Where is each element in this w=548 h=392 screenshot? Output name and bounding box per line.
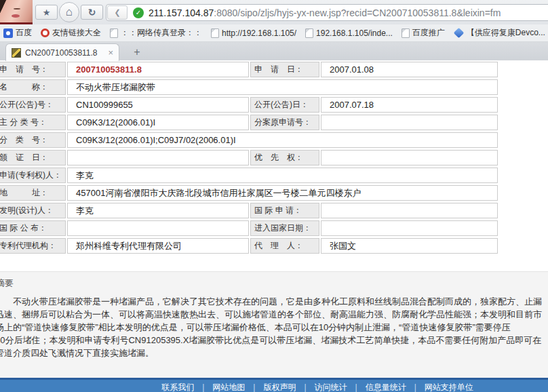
label-application-number: 申 请 号： [0, 62, 66, 77]
label-international-publication: 国 际 公 布： [0, 220, 66, 236]
label-division-number: 分案原申请号： [250, 115, 319, 130]
footer-separator: | [355, 383, 357, 392]
label-publication-date: 公开(公告)日： [250, 97, 319, 113]
abstract-text: 不动火带压堵漏胶带是一种堵漏产品，它解决了其它技术存在的问题，它是由多种化工原料… [0, 295, 548, 359]
bookmark-label: 百度推广 [412, 27, 445, 39]
value-international-publication [67, 220, 249, 236]
bookmark-label: 【供应得复康Devco... [467, 27, 545, 39]
value-patent-agency: 郑州科维专利代理有限公司 [67, 238, 249, 254]
value-class-number: C09K3/12(2006.01)I;C09J7/02(2006.01)I [67, 132, 498, 148]
table-row: 申请(专利权)人： 李克 [0, 168, 498, 183]
footer-link-sitemap[interactable]: 网站地图 [212, 383, 245, 392]
table-row: 公开(公告)号： CN100999655 公开(公告)日： 2007.07.18 [0, 97, 498, 113]
table-row: 专利代理机构： 郑州科维专利代理有限公司 代 理 人： 张国文 [0, 238, 498, 254]
page-icon [402, 28, 410, 38]
value-title: 不动火带压堵漏胶带 [67, 79, 498, 95]
page-icon [110, 28, 118, 38]
footer-link-contact[interactable]: 联系我们 [161, 383, 194, 392]
footer-link-support-unit[interactable]: 网站支持单位 [425, 383, 473, 392]
page-icon [305, 28, 313, 38]
tab-title: CN200710053811.8 [25, 48, 104, 58]
table-row: 分 类 号： C09K3/12(2006.01)I;C09J7/02(2006.… [0, 132, 498, 148]
home-icon: ⌂ [66, 5, 73, 19]
value-address: 457001河南省濮阳市大庆路北段城市信用社家属区一号楼二单元四楼东户 [67, 185, 498, 201]
value-agent: 张国文 [321, 238, 498, 254]
url-path: :8080/sipo/zljs/hyjs-yx-new.jsp?recid=CN… [214, 7, 501, 18]
bookmark-item-links[interactable]: 友情链接大全 [41, 27, 101, 39]
label-national-entry-date: 进入国家日期： [250, 220, 319, 236]
bookmark-item-ip-2[interactable]: 192.168.1.105/inde... [305, 28, 393, 38]
tab-bar: CN200710053811.8 × + [0, 42, 548, 61]
value-inventor: 李克 [67, 203, 249, 218]
bookmark-item-fax-login[interactable]: ：：网络传真登录：： [110, 27, 202, 39]
bookmark-item-baidu-promo[interactable]: 百度推广 [402, 27, 445, 39]
back-button[interactable]: ❮ [107, 5, 128, 20]
check-icon: ✓ [136, 9, 141, 16]
browser-toolbar: ★ ⌂ ↻ ❮ ✓ 211.157.104.87:8080/sipo/zljs/… [0, 0, 548, 24]
bookmark-item-baidu[interactable]: 百度 [3, 27, 32, 39]
value-national-entry-date [321, 220, 498, 236]
tab-close-icon[interactable]: × [108, 47, 113, 58]
footer-separator: | [202, 383, 204, 392]
abstract-heading: 摘要 [0, 277, 14, 290]
patent-detail-table: 申 请 号： 200710053811.8 申 请 日： 2007.01.08 … [0, 62, 498, 256]
url-text[interactable]: 211.157.104.87:8080/sipo/zljs/hyjs-yx-ne… [149, 7, 501, 18]
links-ring-icon [41, 28, 50, 37]
table-row: 名 称： 不动火带压堵漏胶带 [0, 79, 498, 95]
footer-link-copyright[interactable]: 版权声明 [263, 383, 296, 392]
bookmark-label: http://192.168.1.105/ [222, 28, 296, 38]
refresh-icon: ↻ [88, 7, 96, 18]
table-row: 申 请 号： 200710053811.8 申 请 日： 2007.01.08 [0, 62, 498, 77]
label-main-class: 主 分 类 号： [0, 115, 66, 130]
background-photo [0, 0, 33, 22]
footer-link-info-stats[interactable]: 信息量统计 [366, 383, 406, 392]
label-inventor: 发明(设计)人： [0, 203, 66, 218]
label-publication-number: 公开(公告)号： [0, 97, 66, 113]
footer-links: 联系我们|网站地图|版权声明|访问统计|信息量统计|网站支持单位 [0, 382, 548, 392]
abstract-line: 迅速、捆绑后可以粘合为一体、可以将高温快速散热出去、可以施堵管道的各个部位、耐高… [0, 308, 548, 321]
value-publication-number: CN100999655 [67, 97, 249, 113]
gem-icon [454, 28, 465, 39]
abstract-line: 不动火带压堵漏胶带是一种堵漏产品，它解决了其它技术存在的问题，它是由多种化工原料… [0, 295, 548, 308]
bookmarks-bar: 百度 友情链接大全 ：：网络传真登录：： http://192.168.1.10… [0, 24, 548, 42]
label-applicant: 申请(专利权)人： [0, 168, 66, 183]
value-main-class: C09K3/12(2006.01)I [67, 115, 249, 130]
label-agent: 代 理 人： [250, 238, 319, 254]
bookmark-item-ip-1[interactable]: http://192.168.1.105/ [211, 28, 296, 38]
back-icon: ❮ [114, 8, 120, 17]
footer-bar: 联系我们|网站地图|版权声明|访问统计|信息量统计|网站支持单位 [0, 380, 548, 392]
bookmark-item-devco[interactable]: 【供应得复康Devco... [454, 27, 545, 39]
table-row: 地 址： 457001河南省濮阳市大庆路北段城市信用社家属区一号楼二单元四楼东户 [0, 185, 498, 201]
value-applicant: 李克 [67, 168, 498, 183]
footer-separator: | [304, 383, 306, 392]
label-title: 名 称： [0, 79, 66, 95]
address-bar[interactable]: ❮ ✓ 211.157.104.87:8080/sipo/zljs/hyjs-y… [106, 4, 548, 21]
label-patent-agency: 专利代理机构： [0, 238, 66, 254]
abstract-line: 30分后堵住；本发明和申请专利号CN91205395.X堵漏胶带比优点是可以带压… [0, 334, 548, 347]
baidu-logo-icon [3, 28, 13, 38]
bookmark-label: ：：网络传真登录：： [121, 27, 202, 39]
abstract-section: 摘要 不动火带压堵漏胶带是一种堵漏产品，它解决了其它技术存在的问题，它是由多种化… [0, 271, 548, 378]
table-row: 发明(设计)人： 李克 国 际 申 请： [0, 203, 498, 218]
bookmark-star-button[interactable]: ★ [35, 5, 58, 20]
new-tab-button[interactable]: + [128, 45, 146, 58]
value-application-number: 200710053811.8 [67, 62, 249, 77]
value-division-number [321, 115, 498, 130]
label-class-number: 分 类 号： [0, 132, 66, 148]
label-application-date: 申 请 日： [250, 62, 319, 77]
footer-separator: | [253, 383, 255, 392]
tab-patent-page[interactable]: CN200710053811.8 × [5, 43, 119, 61]
label-priority: 优 先 权： [250, 150, 319, 165]
abstract-line: 管道介质四处飞溅情况下直接实施堵漏。 [0, 347, 548, 359]
refresh-button[interactable]: ↻ [81, 5, 103, 20]
value-publication-date: 2007.07.18 [321, 97, 498, 113]
table-row: 国 际 公 布： 进入国家日期： [0, 220, 498, 236]
tab-favicon-icon [12, 48, 21, 58]
value-application-date: 2007.01.08 [321, 62, 498, 77]
value-priority [321, 150, 498, 165]
footer-link-visit-stats[interactable]: 访问统计 [315, 383, 347, 392]
security-shield-icon[interactable]: ✓ [133, 7, 144, 18]
label-international-application: 国 际 申 请： [250, 203, 319, 218]
home-button[interactable]: ⌂ [59, 2, 79, 22]
footer-separator: | [414, 383, 416, 392]
